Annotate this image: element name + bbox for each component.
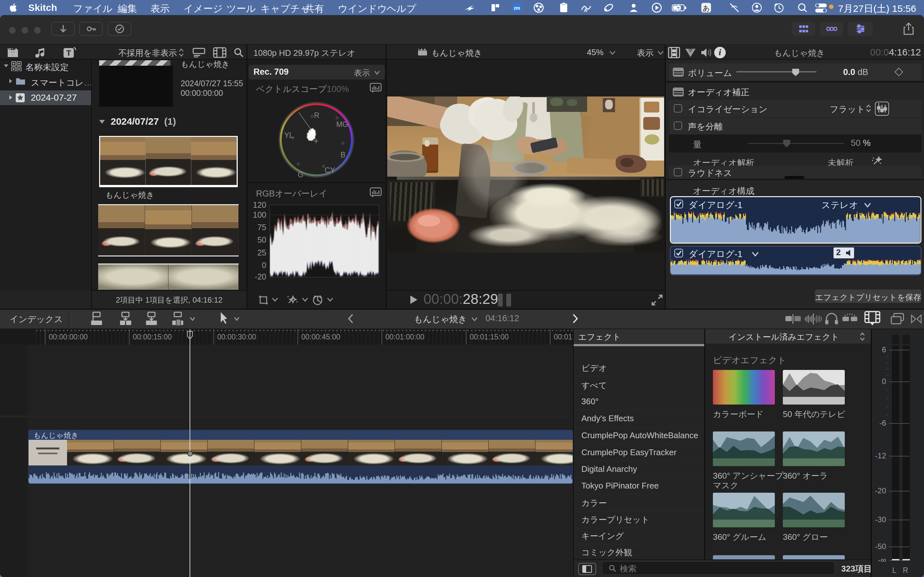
svg-text:T: T bbox=[66, 49, 71, 57]
svg-text:A: A bbox=[584, 7, 588, 13]
svg-text:zm: zm bbox=[514, 5, 520, 11]
svg-text:あ: あ bbox=[703, 4, 710, 12]
